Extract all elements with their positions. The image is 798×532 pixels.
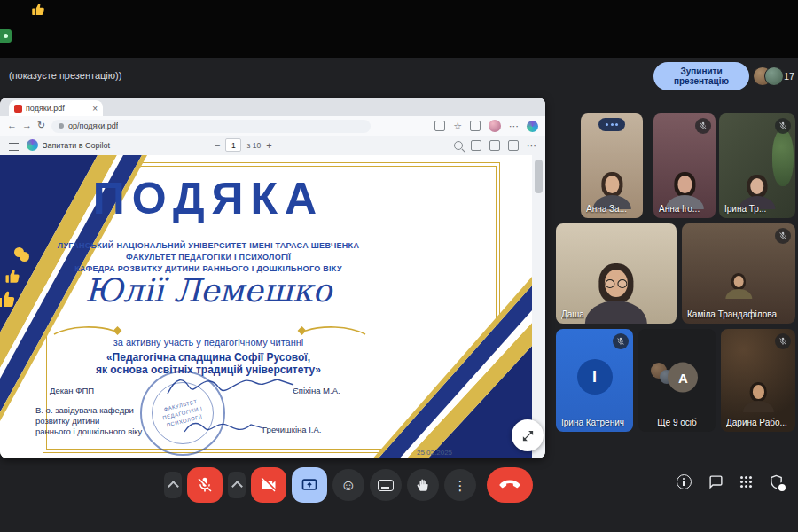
favorites-icon[interactable]: ☆ [453,121,462,131]
thumbs-up-reaction-icon [0,289,17,314]
extensions-icon[interactable] [470,121,481,131]
reload-icon[interactable]: ↻ [37,120,45,131]
mic-muted-icon [775,118,791,134]
page-number-input[interactable]: 1 [225,138,241,152]
open-in-full-icon [521,429,535,442]
signer2-role-line2: розвитку дитини [35,416,99,426]
chat-button[interactable] [708,474,724,489]
mic-muted-icon [613,333,629,349]
leave-call-button[interactable] [487,467,533,503]
initial-avatar: І [577,359,613,395]
signature-2 [182,418,266,437]
participant-tile[interactable]: Анна Іго... [653,113,716,218]
back-icon[interactable]: ← [7,120,17,130]
camera-off-button[interactable] [251,467,286,503]
participant-name: Ірина Тр... [724,204,766,214]
meet-app: (показуєте презентацію)) Зупинити презен… [0,0,798,532]
split-screen-icon[interactable] [434,121,445,131]
tile-more-options[interactable] [598,118,625,131]
expand-presentation-button[interactable] [512,419,544,451]
draw-icon[interactable] [471,140,481,151]
captions-button[interactable] [370,469,402,501]
url-text: op/подяки.pdf [68,121,118,130]
camera-options-chevron[interactable] [228,472,246,498]
raise-hand-button[interactable] [407,469,439,501]
smiley-icon: ☺ [340,478,356,493]
notification-badge [777,482,787,493]
certificate-recipient-name: Юлії Лемешко [0,272,417,309]
participant-name: Каміла Трандафілова [687,309,777,319]
more-participants-label: Ще 9 осіб [638,418,716,427]
browser-menu-icon[interactable]: ⋯ [509,121,519,131]
zoom-in-icon[interactable]: + [266,140,271,151]
participant-tile[interactable]: Анна За... [581,113,643,218]
apps-grid-icon [740,476,752,488]
participant-tile[interactable]: І Ірина Катренич [556,329,633,432]
signer1-role: Декан ФПП [50,386,94,395]
participant-tile[interactable]: Каміла Трандафілова [682,223,795,324]
plant-decoration [772,129,794,186]
participant-video [585,263,647,324]
url-field[interactable]: op/подяки.pdf [51,120,371,133]
pdf-scrollbar-thumb[interactable] [535,160,543,193]
pdf-more-icon[interactable]: ⋯ [527,141,536,151]
browser-tab-strip: подяки.pdf × [0,98,545,116]
copilot-icon[interactable] [527,121,538,132]
save-icon[interactable] [489,140,500,151]
more-options-icon: ⋮ [454,479,467,492]
forward-icon[interactable]: → [22,120,32,130]
certificate-title: ПОДЯКА [0,173,417,224]
search-icon[interactable] [454,141,463,150]
shared-screen-window: подяки.pdf × ← → ↻ op/подяки.pdf ☆ ⋯ [0,98,545,458]
initial-avatar: А [668,363,698,393]
participant-video [725,273,752,299]
participant-name: Анна Іго... [659,204,700,214]
stop-presenting-button[interactable]: Зупинити презентацію [653,62,749,90]
participant-tile[interactable]: Даша [556,223,677,324]
info-icon [677,474,692,489]
certificate-reason-line: за активну участь у педагогічному читанн… [0,337,417,348]
signer2-name: Гречишкіна І.А. [262,425,321,434]
thumbs-up-reaction-icon [30,2,46,21]
more-participants-tile[interactable]: А Ще 9 осіб [638,329,716,432]
mic-off-button[interactable] [187,467,223,503]
signer1-name: Єпіхіна М.А. [293,386,340,395]
browser-profile-avatar[interactable] [489,120,501,132]
pdf-menu-icon[interactable] [9,143,19,151]
participant-video [742,382,773,412]
signature-1 [164,372,297,401]
meeting-info-button[interactable] [677,474,692,489]
presenting-status-text: (показуєте презентацію)) [9,70,121,81]
print-icon[interactable] [508,140,519,151]
screen-record-indicator [0,29,12,43]
host-controls-button[interactable] [769,473,784,490]
present-screen-icon [301,476,318,494]
call-end-icon [499,480,520,490]
participant-tile[interactable]: Ірина Тр... [719,113,795,218]
mic-muted-icon [695,118,711,134]
gold-flourish-right [293,324,368,338]
thumbs-up-reaction-icon [4,268,21,289]
pdf-page-certificate: ПОДЯКА ЛУГАНСЬКИЙ НАЦІОНАЛЬНИЙ УНІВЕРСИТ… [0,155,532,458]
browser-tab[interactable]: подяки.pdf × [9,100,103,116]
browser-address-bar: ← → ↻ op/подяки.pdf ☆ ⋯ [0,116,545,137]
participant-tile[interactable]: Дарина Рабо... [721,329,795,432]
pdf-file-icon [14,105,22,113]
certificate-faculty-line: ФАКУЛЬТЕТ ПЕДАГОГІКИ І ПСИХОЛОГІЇ [0,253,417,262]
tab-close-icon[interactable]: × [92,104,98,113]
zoom-out-icon[interactable]: − [215,140,220,151]
mic-options-chevron[interactable] [164,472,182,498]
ask-copilot-button[interactable]: Запитати в Copilot [27,139,110,151]
meeting-side-controls [677,473,784,490]
more-options-button[interactable]: ⋮ [444,469,476,501]
ask-copilot-label: Запитати в Copilot [43,141,110,150]
activities-button[interactable] [740,476,752,488]
participant-name: Ірина Катренич [561,418,624,427]
pdf-toolbar: Запитати в Copilot − 1 з 10 + ⋯ [0,136,545,156]
participant-name: Анна За... [586,204,627,214]
present-screen-button[interactable] [292,467,327,503]
site-security-icon [59,123,64,129]
reactions-button[interactable]: ☺ [332,469,364,501]
pdf-scrollbar-track [532,155,545,458]
certificate-event-line1: «Педагогічна спадщина Софії Русової, [0,351,417,364]
